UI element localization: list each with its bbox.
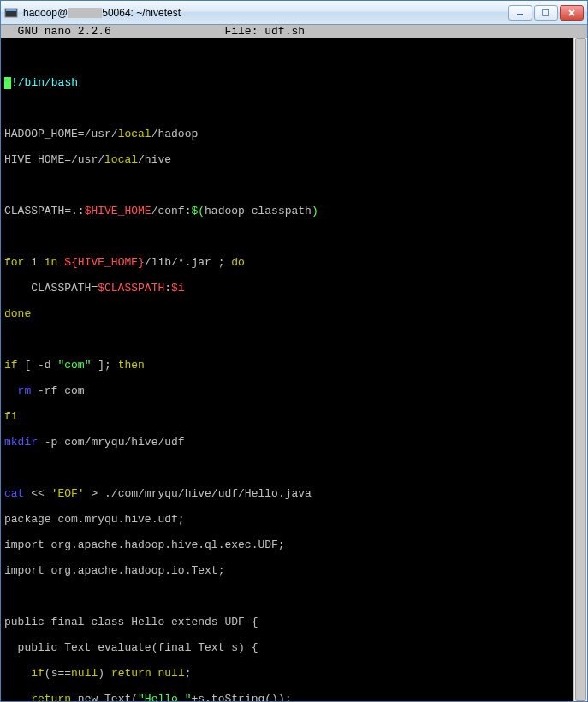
- app-icon: [4, 6, 18, 20]
- vertical-scrollbar[interactable]: [573, 38, 587, 701]
- code-line: CLASSPATH=.:$HIVE_HOME/conf:$(hadoop cla…: [4, 205, 584, 217]
- code-line: !/bin/bash: [4, 76, 584, 89]
- code-line: for i in ${HIVE_HOME}/lib/*.jar ; do: [4, 256, 584, 269]
- window-title: hadoop@50064: ~/hivetest: [23, 7, 508, 19]
- title-user: hadoop@: [23, 7, 68, 19]
- code-line: HIVE_HOME=/usr/local/hive: [4, 153, 584, 166]
- code-line: import org.apache.hadoop.io.Text;: [4, 564, 584, 577]
- code-line: [4, 461, 584, 474]
- code-line: [4, 102, 584, 115]
- code-line: fi: [4, 410, 584, 423]
- nano-header: GNU nano 2.2.6 File: udf.sh: [1, 25, 587, 38]
- code-line: package com.mryqu.hive.udf;: [4, 513, 584, 526]
- code-line: if(s==null) return null;: [4, 667, 584, 680]
- code-line: public final class Hello extends UDF {: [4, 616, 584, 628]
- code-line: mkdir -p com/mryqu/hive/udf: [4, 436, 584, 449]
- terminal-body[interactable]: GNU nano 2.2.6 File: udf.sh !/bin/bash H…: [1, 25, 587, 701]
- nano-file: File: udf.sh: [224, 25, 305, 38]
- code-line: rm -rf com: [4, 384, 584, 397]
- code-line: HADOOP_HOME=/usr/local/hadoop: [4, 128, 584, 140]
- code-line: public Text evaluate(final Text s) {: [4, 641, 584, 654]
- shebang: !/bin/bash: [11, 76, 78, 89]
- title-path: 50064: ~/hivetest: [102, 7, 181, 19]
- code-line: return new Text("Hello "+s.toString());: [4, 693, 584, 701]
- code-line: [4, 230, 584, 243]
- code-line: if [ -d "com" ]; then: [4, 359, 584, 372]
- code-line: [4, 51, 584, 63]
- cursor-block: [4, 77, 11, 89]
- close-button[interactable]: [560, 5, 584, 21]
- nano-header-spacer: [111, 25, 225, 38]
- code-line: CLASSPATH=$CLASSPATH:$i: [4, 282, 584, 294]
- window-controls: [508, 5, 584, 21]
- svg-rect-1: [6, 9, 16, 11]
- terminal-window: hadoop@50064: ~/hivetest GNU nano 2.2.6 …: [0, 0, 588, 702]
- code-line: [4, 590, 584, 603]
- scrollbar-thumb[interactable]: [575, 38, 586, 701]
- minimize-button[interactable]: [508, 5, 532, 21]
- code-line: done: [4, 307, 584, 320]
- code-line: [4, 179, 584, 192]
- svg-rect-3: [543, 9, 549, 15]
- window-titlebar[interactable]: hadoop@50064: ~/hivetest: [1, 1, 587, 25]
- code-line: import org.apache.hadoop.hive.ql.exec.UD…: [4, 538, 584, 551]
- code-line: [4, 333, 584, 346]
- title-hidden-host: [68, 8, 102, 18]
- maximize-button[interactable]: [534, 5, 558, 21]
- editor-content[interactable]: !/bin/bash HADOOP_HOME=/usr/local/hadoop…: [1, 38, 587, 701]
- code-line: cat << 'EOF' > ./com/mryqu/hive/udf/Hell…: [4, 487, 584, 500]
- nano-version: GNU nano 2.2.6: [4, 25, 111, 38]
